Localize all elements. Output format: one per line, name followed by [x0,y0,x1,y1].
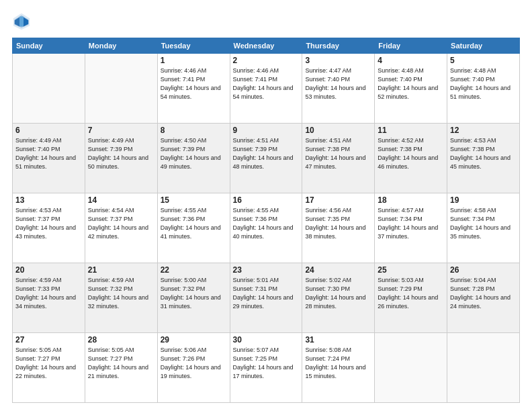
day-number: 27 [15,335,82,345]
day-number: 26 [450,265,517,275]
calendar-cell: 20Sunrise: 4:59 AM Sunset: 7:33 PM Dayli… [13,263,85,333]
day-number: 29 [161,335,227,345]
svg-rect-4 [19,17,24,27]
calendar-cell: 27Sunrise: 5:05 AM Sunset: 7:27 PM Dayli… [13,333,85,403]
day-info: Sunrise: 4:49 AM Sunset: 7:39 PM Dayligh… [88,136,154,171]
day-info: Sunrise: 5:04 AM Sunset: 7:28 PM Dayligh… [450,276,517,311]
calendar-week-row: 13Sunrise: 4:53 AM Sunset: 7:37 PM Dayli… [13,193,520,263]
calendar-week-row: 6Sunrise: 4:49 AM Sunset: 7:40 PM Daylig… [13,124,520,193]
calendar-cell: 10Sunrise: 4:51 AM Sunset: 7:38 PM Dayli… [302,124,375,193]
day-number: 17 [305,195,371,205]
calendar-cell: 2Sunrise: 4:46 AM Sunset: 7:41 PM Daylig… [230,54,302,124]
calendar-cell: 31Sunrise: 5:08 AM Sunset: 7:24 PM Dayli… [302,333,375,403]
day-info: Sunrise: 4:58 AM Sunset: 7:34 PM Dayligh… [450,206,517,241]
calendar-cell: 30Sunrise: 5:07 AM Sunset: 7:25 PM Dayli… [230,333,302,403]
header [12,12,520,31]
logo-icon [12,12,31,31]
day-number: 6 [15,126,82,135]
day-number: 10 [305,126,371,135]
day-info: Sunrise: 5:08 AM Sunset: 7:24 PM Dayligh… [305,346,371,381]
day-info: Sunrise: 4:56 AM Sunset: 7:35 PM Dayligh… [305,206,371,241]
day-number: 23 [233,265,300,275]
day-number: 15 [161,195,227,205]
day-info: Sunrise: 5:05 AM Sunset: 7:27 PM Dayligh… [88,346,154,381]
day-number: 7 [88,126,154,135]
day-info: Sunrise: 5:06 AM Sunset: 7:26 PM Dayligh… [161,346,227,381]
calendar-header-wednesday: Wednesday [230,38,302,54]
day-number: 25 [378,265,444,275]
day-number: 22 [161,265,227,275]
calendar-header-friday: Friday [375,38,447,54]
day-number: 30 [233,335,300,345]
day-number: 18 [378,195,444,205]
calendar-week-row: 1Sunrise: 4:46 AM Sunset: 7:41 PM Daylig… [13,54,520,124]
day-number: 13 [15,195,82,205]
day-number: 12 [450,126,517,135]
day-info: Sunrise: 5:03 AM Sunset: 7:29 PM Dayligh… [378,276,444,311]
day-number: 19 [450,195,517,205]
day-info: Sunrise: 4:49 AM Sunset: 7:40 PM Dayligh… [15,136,82,171]
calendar-header-row: SundayMondayTuesdayWednesdayThursdayFrid… [13,38,520,54]
day-info: Sunrise: 4:48 AM Sunset: 7:40 PM Dayligh… [378,66,444,101]
day-info: Sunrise: 5:01 AM Sunset: 7:31 PM Dayligh… [233,276,300,311]
day-number: 5 [450,56,517,65]
calendar-cell: 17Sunrise: 4:56 AM Sunset: 7:35 PM Dayli… [302,193,375,263]
day-number: 3 [305,56,371,65]
calendar-cell: 13Sunrise: 4:53 AM Sunset: 7:37 PM Dayli… [13,193,85,263]
calendar-header-thursday: Thursday [302,38,375,54]
calendar-cell: 22Sunrise: 5:00 AM Sunset: 7:32 PM Dayli… [157,263,230,333]
calendar-cell: 19Sunrise: 4:58 AM Sunset: 7:34 PM Dayli… [447,193,520,263]
day-info: Sunrise: 5:05 AM Sunset: 7:27 PM Dayligh… [15,346,82,381]
day-info: Sunrise: 4:59 AM Sunset: 7:33 PM Dayligh… [15,276,82,311]
calendar-header-saturday: Saturday [447,38,520,54]
calendar-cell: 29Sunrise: 5:06 AM Sunset: 7:26 PM Dayli… [157,333,230,403]
day-info: Sunrise: 5:07 AM Sunset: 7:25 PM Dayligh… [233,346,300,381]
day-number: 9 [233,126,300,135]
day-number: 11 [378,126,444,135]
calendar-cell: 21Sunrise: 4:59 AM Sunset: 7:32 PM Dayli… [85,263,157,333]
logo [12,12,34,31]
calendar-cell: 15Sunrise: 4:55 AM Sunset: 7:36 PM Dayli… [157,193,230,263]
calendar-header-sunday: Sunday [13,38,85,54]
calendar-cell: 12Sunrise: 4:53 AM Sunset: 7:38 PM Dayli… [447,124,520,193]
calendar-cell [375,333,447,403]
calendar-header-tuesday: Tuesday [157,38,230,54]
calendar-cell: 25Sunrise: 5:03 AM Sunset: 7:29 PM Dayli… [375,263,447,333]
day-info: Sunrise: 4:51 AM Sunset: 7:38 PM Dayligh… [305,136,371,171]
day-info: Sunrise: 4:48 AM Sunset: 7:40 PM Dayligh… [450,66,517,101]
calendar-cell: 6Sunrise: 4:49 AM Sunset: 7:40 PM Daylig… [13,124,85,193]
calendar-cell: 1Sunrise: 4:46 AM Sunset: 7:41 PM Daylig… [157,54,230,124]
calendar-header-monday: Monday [85,38,157,54]
day-info: Sunrise: 4:46 AM Sunset: 7:41 PM Dayligh… [161,66,227,101]
day-number: 31 [305,335,371,345]
calendar-cell [447,333,520,403]
calendar-table: SundayMondayTuesdayWednesdayThursdayFrid… [12,38,520,403]
day-info: Sunrise: 4:53 AM Sunset: 7:38 PM Dayligh… [450,136,517,171]
day-info: Sunrise: 5:02 AM Sunset: 7:30 PM Dayligh… [305,276,371,311]
calendar-cell: 4Sunrise: 4:48 AM Sunset: 7:40 PM Daylig… [375,54,447,124]
day-number: 2 [233,56,300,65]
calendar-cell: 5Sunrise: 4:48 AM Sunset: 7:40 PM Daylig… [447,54,520,124]
day-number: 1 [161,56,227,65]
calendar-cell [85,54,157,124]
calendar-cell: 18Sunrise: 4:57 AM Sunset: 7:34 PM Dayli… [375,193,447,263]
calendar-cell: 11Sunrise: 4:52 AM Sunset: 7:38 PM Dayli… [375,124,447,193]
day-number: 28 [88,335,154,345]
day-info: Sunrise: 5:00 AM Sunset: 7:32 PM Dayligh… [161,276,227,311]
day-info: Sunrise: 4:46 AM Sunset: 7:41 PM Dayligh… [233,66,300,101]
calendar-cell: 24Sunrise: 5:02 AM Sunset: 7:30 PM Dayli… [302,263,375,333]
calendar-cell: 23Sunrise: 5:01 AM Sunset: 7:31 PM Dayli… [230,263,302,333]
day-info: Sunrise: 4:52 AM Sunset: 7:38 PM Dayligh… [378,136,444,171]
calendar-cell: 8Sunrise: 4:50 AM Sunset: 7:39 PM Daylig… [157,124,230,193]
calendar-cell: 28Sunrise: 5:05 AM Sunset: 7:27 PM Dayli… [85,333,157,403]
calendar-week-row: 20Sunrise: 4:59 AM Sunset: 7:33 PM Dayli… [13,263,520,333]
day-number: 4 [378,56,444,65]
day-info: Sunrise: 4:53 AM Sunset: 7:37 PM Dayligh… [15,206,82,241]
day-number: 24 [305,265,371,275]
calendar-cell [13,54,85,124]
calendar-cell: 9Sunrise: 4:51 AM Sunset: 7:39 PM Daylig… [230,124,302,193]
calendar-cell: 16Sunrise: 4:55 AM Sunset: 7:36 PM Dayli… [230,193,302,263]
page: SundayMondayTuesdayWednesdayThursdayFrid… [0,0,532,411]
day-number: 14 [88,195,154,205]
day-number: 16 [233,195,300,205]
